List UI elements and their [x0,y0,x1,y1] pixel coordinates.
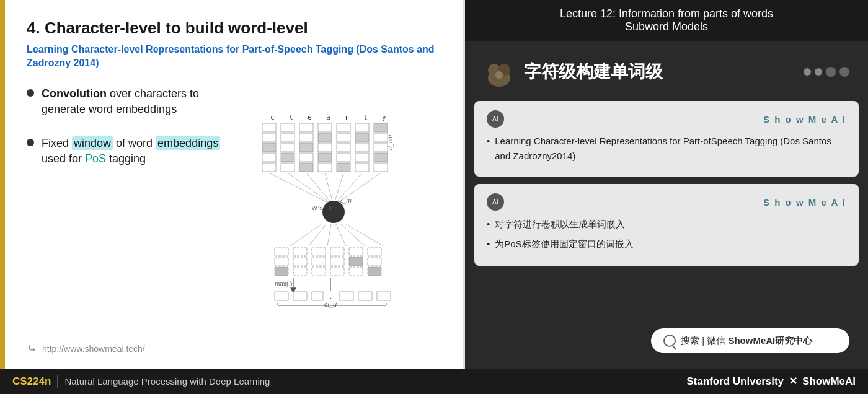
course-code: CS224n [12,375,51,388]
bullet-dot-1 [27,89,34,97]
svg-rect-60 [293,247,307,256]
diagram-area: c l e a r l y [237,86,441,332]
svg-rect-32 [337,153,350,162]
bullet2-cyan: PoS [85,152,106,165]
svg-rect-8 [281,123,294,132]
svg-rect-38 [318,163,332,172]
dot4 [839,67,849,77]
svg-rect-64 [368,247,381,256]
ai-label-1: AI [492,115,498,123]
slide-footer: ⤷ http://www.showmeai.tech/ [27,341,441,356]
svg-rect-31 [318,153,332,162]
svg-point-94 [495,71,503,79]
right-header: Lecture 12: Information from parts of wo… [465,0,868,41]
card2-content1: 对字符进行卷积以生成单词嵌入 [495,217,625,232]
search-bar[interactable]: 搜索 | 微信 ShowMeAI研究中心 [651,328,849,353]
bottom-left: CS224n Natural Language Processing with … [12,375,270,388]
svg-rect-82 [312,292,323,300]
svg-rect-7 [262,123,276,132]
card1-content: Learning Character-level Representations… [495,134,846,164]
svg-text:y: y [382,113,386,121]
svg-line-43 [269,173,334,206]
svg-rect-85 [358,292,372,300]
card1-header: AI S h o w M e A I [487,110,846,128]
search-text: 搜索 | 微信 ShowMeAI研究中心 [681,335,812,347]
ai-label-2: AI [492,198,498,206]
svg-text:d_chr: d_chr [387,134,394,151]
bullet-item-2: Fixed window of word embeddings used for… [27,136,225,167]
svg-rect-22 [281,143,294,152]
bullet2-final: tagging [106,152,146,165]
svg-rect-11 [337,123,350,132]
card2-bullet2: • 为PoS标签使用固定窗口的词嵌入 [487,237,846,252]
search-icon [663,335,676,347]
search-prefix: 搜索 | 微信 [681,335,728,346]
svg-rect-24 [318,143,332,152]
svg-text:max(.): max(.) [275,281,292,287]
svg-rect-23 [299,143,313,152]
search-bar-container: 搜索 | 微信 ShowMeAI研究中心 [474,322,859,359]
bear-icon [484,56,515,87]
bottom-divider [57,375,58,388]
svg-rect-73 [312,267,326,276]
right-body: 字符级构建单词级 AI S h o w M e A I [465,41,868,369]
bullet-points: Convolution over characters to generate … [27,86,225,332]
card-english: AI S h o w M e A I • Learning Character-… [474,101,859,177]
bullet2-end: used for [42,152,85,165]
svg-text:c: c [270,113,275,121]
dot3 [826,67,836,77]
svg-rect-9 [299,123,313,132]
svg-line-54 [309,224,326,246]
bullet-text-2: Fixed window of word embeddings used for… [42,136,225,167]
bullet2-highlight2: embeddings [156,136,220,150]
bullet1-strong: Convolution [42,87,107,100]
svg-text:l: l [363,113,368,121]
svg-point-51 [322,201,345,223]
svg-rect-14 [262,133,276,142]
svg-rect-61 [312,247,326,256]
svg-rect-59 [275,247,288,256]
svg-rect-33 [355,153,369,162]
bullet2-rest: of word [113,137,156,149]
bullet-dot-2 [27,139,34,146]
bullet-sym-2: • [487,217,490,232]
ai-icon-1: AI [487,110,504,128]
svg-line-58 [346,224,383,246]
svg-text:cl_u: cl_u [324,300,337,308]
svg-text:r: r [345,113,349,121]
svg-rect-70 [368,257,381,266]
course-title: Natural Language Processing with Deep Le… [64,376,270,387]
svg-rect-63 [349,247,363,256]
svg-rect-10 [318,123,332,132]
x-symbol: ✕ [789,375,797,388]
svg-rect-19 [355,133,369,142]
svg-rect-13 [374,123,388,132]
slide-title: 4. Character-level to build word-level [27,19,441,38]
svg-rect-36 [281,163,294,172]
search-brand: ShowMeAI研究中心 [728,335,812,346]
svg-rect-69 [349,257,363,266]
svg-rect-29 [281,153,294,162]
svg-rect-80 [275,292,288,300]
slide-content: Convolution over characters to generate … [27,86,441,332]
svg-text:e: e [308,113,312,121]
link-icon: ⤷ [27,341,37,356]
svg-rect-34 [374,153,388,162]
char-grid [262,123,388,172]
bullet-sym-1: • [487,134,490,149]
svg-rect-27 [374,143,388,152]
bullet-item-1: Convolution over characters to generate … [27,86,225,117]
svg-rect-30 [299,153,313,162]
svg-rect-86 [377,292,391,300]
bullet2-highlight: window [72,136,113,150]
svg-rect-35 [262,163,276,172]
svg-rect-18 [337,133,350,142]
slide-subtitle: Learning Character-level Representations… [27,43,441,71]
svg-rect-17 [318,133,332,142]
svg-rect-68 [330,257,344,266]
svg-rect-20 [374,133,388,142]
svg-rect-81 [293,292,307,300]
slide-panel: 4. Character-level to build word-level L… [0,0,465,369]
svg-line-53 [290,224,321,246]
dot2 [815,68,822,76]
